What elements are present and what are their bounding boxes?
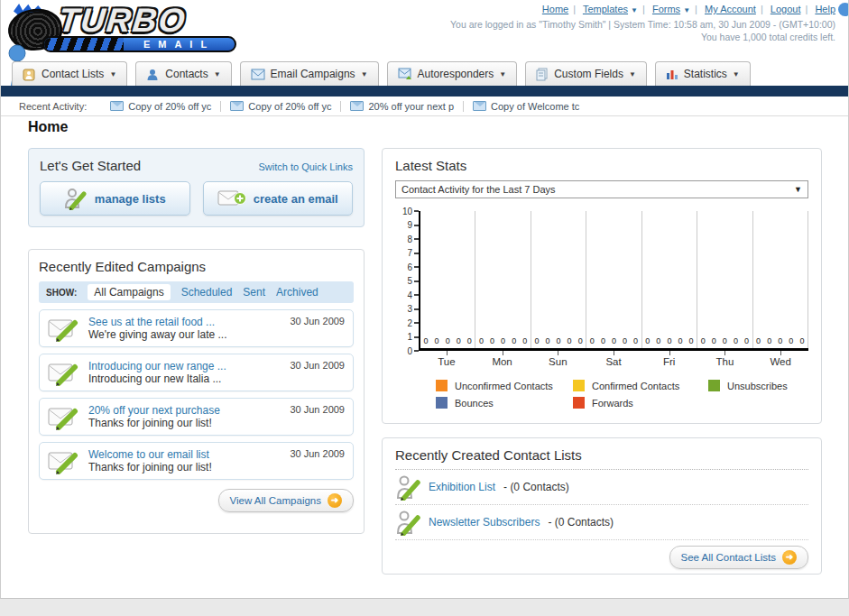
y-axis-label: 9	[407, 220, 419, 231]
contact-list-item[interactable]: Newsletter Subscribers - (0 Contacts)	[395, 505, 808, 540]
campaign-list-item[interactable]: See us at the retail food ... We're givi…	[39, 309, 354, 347]
chart-group: 00000	[420, 211, 475, 348]
y-axis-label: 5	[407, 276, 419, 287]
view-all-campaigns-button[interactable]: View All Campaigns ➜	[218, 489, 354, 512]
nav-link-logout[interactable]: Logout	[771, 4, 801, 14]
campaign-date: 30 Jun 2009	[290, 360, 345, 371]
latest-stats-panel: Latest Stats Contact Activity for the La…	[382, 148, 822, 424]
chevron-down-icon: ▼	[733, 70, 740, 78]
campaigns-panel-title: Recently Edited Campaigns	[39, 259, 354, 274]
legend-item: Unsubscribes	[708, 380, 835, 391]
manage-lists-button[interactable]: manage lists	[40, 181, 190, 216]
x-axis-tick	[419, 351, 475, 355]
tab-label: Custom Fields	[554, 68, 623, 80]
create-email-button[interactable]: create an email	[203, 181, 354, 216]
contact-list-name-link[interactable]: Exhibition List	[429, 481, 495, 493]
contact-list-name-link[interactable]: Newsletter Subscribers	[429, 516, 540, 529]
see-all-contact-lists-button[interactable]: See All Contact Lists ➜	[669, 546, 808, 569]
campaign-list-item[interactable]: Introducing our new range ... Introducin…	[39, 354, 354, 391]
x-axis-label: Sat	[586, 355, 641, 367]
tab-statistics[interactable]: Statistics▼	[655, 61, 751, 86]
chevron-down-icon: ▼	[499, 70, 506, 78]
recent-activity-item[interactable]: Copy of 20% off yc	[101, 101, 221, 112]
recent-activity-item[interactable]: Copy of 20% off yc	[221, 101, 341, 112]
campaign-list-item[interactable]: Welcome to our email list Thanks for joi…	[39, 442, 354, 480]
chevron-down-icon: ▼	[683, 6, 690, 14]
campaign-list-item[interactable]: 20% off your next purchase Thanks for jo…	[39, 398, 354, 436]
value-label: 0	[744, 336, 749, 345]
arrow-right-icon: ➜	[782, 550, 797, 565]
contact-list-item[interactable]: Exhibition List - (0 Contacts)	[395, 470, 808, 505]
recent-activity-bar: Recent Activity: Copy of 20% off yc Copy…	[1, 97, 849, 116]
legend-label: Bounces	[455, 398, 494, 409]
campaign-title-link[interactable]: Introducing our new range ...	[88, 360, 281, 372]
tab-contacts[interactable]: Contacts▼	[135, 61, 231, 86]
y-axis-label: 3	[407, 304, 419, 315]
filter-sent[interactable]: Sent	[243, 286, 265, 299]
stats-panel-title: Latest Stats	[395, 158, 808, 173]
value-label: 0	[578, 336, 583, 345]
campaign-filter-bar: SHOW: All Campaigns Scheduled Sent Archi…	[39, 281, 354, 303]
y-axis-label: 2	[407, 317, 419, 328]
filter-scheduled[interactable]: Scheduled	[181, 286, 233, 299]
campaign-date: 30 Jun 2009	[290, 448, 345, 459]
person-pencil-icon	[395, 509, 420, 536]
logo-email-bar: EMAIL	[42, 36, 236, 52]
campaign-title-link[interactable]: 20% off your next purchase	[88, 404, 281, 417]
value-label: 0	[435, 336, 439, 345]
value-label: 0	[723, 336, 727, 345]
tab-label: Statistics	[684, 68, 727, 80]
value-label: 0	[457, 336, 461, 345]
nav-link-home[interactable]: Home	[542, 4, 568, 14]
value-label: 0	[689, 336, 694, 345]
y-axis-label: 0	[407, 345, 419, 356]
logo-text-email: EMAIL	[124, 39, 235, 50]
value-label: 0	[701, 336, 706, 345]
page-title: Home	[28, 119, 68, 135]
tab-custom-fields[interactable]: Custom Fields▼	[525, 61, 647, 86]
nav-link-templates[interactable]: Templates	[583, 4, 628, 14]
filter-archived[interactable]: Archived	[276, 286, 318, 299]
switch-quick-links-link[interactable]: Switch to Quick Links	[258, 161, 353, 172]
chevron-down-icon: ▼	[214, 70, 221, 78]
envelope-pencil-icon	[48, 359, 80, 386]
help-bubble-icon[interactable]	[838, 3, 849, 16]
campaign-title-link[interactable]: Welcome to our email list	[88, 448, 281, 461]
tab-contact-lists[interactable]: Contact Lists▼	[12, 61, 127, 86]
legend-label: Unconfirmed Contacts	[455, 381, 553, 391]
chart-group: 00000	[642, 211, 697, 348]
legend-label: Forwards	[592, 398, 633, 409]
report-select-dropdown[interactable]: Contact Activity for the Last 7 Days ▼	[395, 180, 808, 198]
contact-list-count: - (0 Contacts)	[503, 481, 569, 493]
tab-email-campaigns[interactable]: Email Campaigns▼	[240, 61, 379, 86]
value-label: 0	[712, 336, 716, 345]
show-label: SHOW:	[46, 288, 77, 298]
nav-link-my-account[interactable]: My Account	[705, 4, 756, 14]
chevron-down-icon: ▼	[629, 70, 636, 78]
recent-activity-item[interactable]: Copy of Welcome tc	[464, 101, 588, 112]
value-label: 0	[467, 336, 472, 345]
tab-autoresponders[interactable]: Autoresponders▼	[387, 61, 518, 86]
contact-lists-panel-title: Recently Created Contact Lists	[395, 447, 808, 463]
value-label: 0	[590, 336, 595, 345]
person-pencil-icon	[64, 187, 88, 210]
value-label: 0	[734, 336, 738, 345]
value-label: 0	[656, 336, 660, 345]
campaign-title-link[interactable]: See us at the retail food ...	[88, 316, 281, 328]
legend-item: Unconfirmed Contacts	[436, 380, 573, 391]
x-axis-label: Tue	[419, 355, 475, 367]
tab-label: Email Campaigns	[271, 68, 355, 80]
campaign-date: 30 Jun 2009	[290, 404, 345, 415]
envelope-plus-icon	[217, 188, 246, 209]
value-label: 0	[645, 336, 650, 345]
nav-link-help[interactable]: Help	[815, 4, 835, 14]
login-info: You are logged in as "Timothy Smith" | S…	[450, 19, 835, 30]
x-axis-label: Wed	[752, 355, 808, 367]
recent-activity-item[interactable]: 20% off your next p	[341, 101, 464, 112]
value-label: 0	[633, 336, 638, 345]
campaign-subtitle: Thanks for joining our list!	[88, 417, 281, 429]
nav-link-forms[interactable]: Forms	[652, 4, 680, 14]
value-label: 0	[424, 336, 429, 345]
filter-all-campaigns[interactable]: All Campaigns	[88, 284, 170, 300]
manage-lists-label: manage lists	[95, 192, 166, 206]
